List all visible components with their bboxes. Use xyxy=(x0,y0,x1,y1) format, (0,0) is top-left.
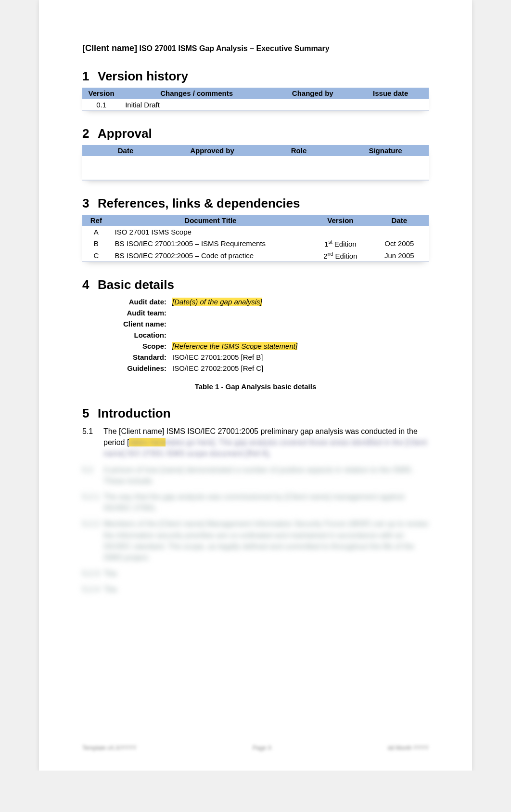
para-5-1: 5.1 The [Client name] ISMS ISO/IEC 27001… xyxy=(82,426,429,459)
row-location: Location: xyxy=(82,329,429,341)
table-row: 0.1 Initial Draft xyxy=(82,99,429,110)
page-footer: Template vX.X/YYYY Page X dd Month YYYY xyxy=(82,745,429,751)
section-2-heading: 2Approval xyxy=(82,126,429,141)
col-changes: Changes / comments xyxy=(120,88,273,99)
col-changed-by: Changed by xyxy=(273,88,353,99)
section-5-heading: 5Introduction xyxy=(82,406,429,421)
row-guidelines: Guidelines: ISO/IEC 27002:2005 [Ref C] xyxy=(82,363,429,374)
document-page: [Client name] ISO 27001 ISMS Gap Analysi… xyxy=(39,0,472,771)
col-ref: Ref xyxy=(82,215,110,226)
row-standard: Standard: ISO/IEC 27001:2005 [Ref B] xyxy=(82,352,429,363)
row-audit-date: Audit date: [Date(s) of the gap analysis… xyxy=(82,296,429,307)
col-role: Role xyxy=(256,145,342,156)
col-signature: Signature xyxy=(342,145,429,156)
table-caption: Table 1 - Gap Analysis basic details xyxy=(82,382,429,391)
col-version: Version xyxy=(82,88,120,99)
table-row: A ISO 27001 ISMS Scope xyxy=(82,226,429,237)
blurred-paragraph: 5.2.3 Tba xyxy=(82,568,429,579)
table-row xyxy=(82,156,429,180)
blurred-paragraph: 5.2.1 The way that the gap analysis was … xyxy=(82,491,429,513)
col-date: Date xyxy=(370,215,429,226)
doc-subtitle: ISO 27001 ISMS Gap Analysis – Executive … xyxy=(139,44,329,52)
section-3-heading: 3References, links & dependencies xyxy=(82,196,429,211)
client-name: [Client name] xyxy=(82,43,137,53)
col-version: Version xyxy=(311,215,370,226)
col-doc-title: Document Title xyxy=(110,215,311,226)
row-client-name: Client name: xyxy=(82,318,429,329)
blurred-paragraph: 5.2 A picture of how [name] demonstrated… xyxy=(82,464,429,486)
col-approved-by: Approved by xyxy=(169,145,256,156)
section-1-heading: 1Version history xyxy=(82,69,429,84)
blurred-paragraph: 5.2.4 Tba xyxy=(82,584,429,595)
row-audit-team: Audit team: xyxy=(82,307,429,318)
document-header: [Client name] ISO 27001 ISMS Gap Analysi… xyxy=(82,43,429,53)
table-row: C BS ISO/IEC 27002:2005 – Code of practi… xyxy=(82,249,429,262)
row-scope: Scope: [Reference the ISMS Scope stateme… xyxy=(82,341,429,352)
references-table: Ref Document Title Version Date A ISO 27… xyxy=(82,215,429,262)
col-date: Date xyxy=(82,145,169,156)
introduction-body: 5.1 The [Client name] ISMS ISO/IEC 27001… xyxy=(82,426,429,595)
blurred-paragraph: 5.2.2 Members of the [Client name] Manag… xyxy=(82,518,429,563)
section-4-heading: 4Basic details xyxy=(82,277,429,292)
table-row: B BS ISO/IEC 27001:2005 – ISMS Requireme… xyxy=(82,237,429,249)
col-issue-date: Issue date xyxy=(353,88,429,99)
version-history-table: Version Changes / comments Changed by Is… xyxy=(82,88,429,111)
approval-table: Date Approved by Role Signature xyxy=(82,145,429,181)
